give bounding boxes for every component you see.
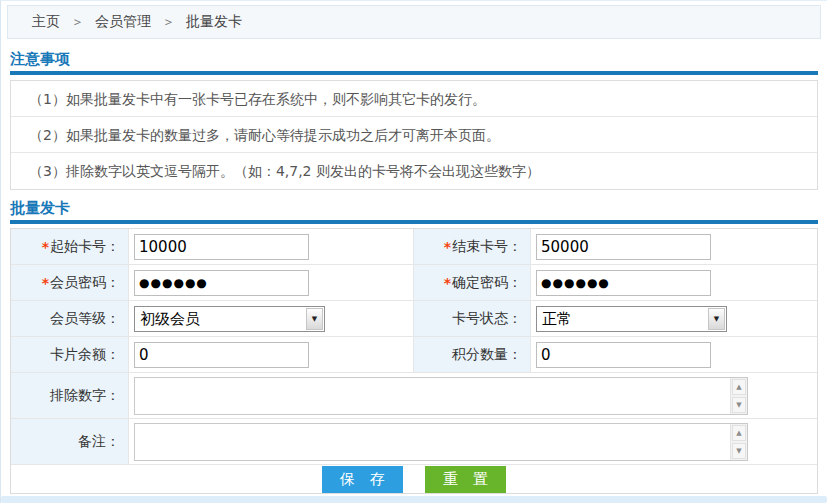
points-amount-input[interactable] bbox=[536, 342, 711, 368]
points-amount-cell bbox=[531, 337, 817, 373]
breadcrumb-home[interactable]: 主页 bbox=[32, 13, 60, 31]
exclude-digits-label: 排除数字： bbox=[11, 373, 129, 419]
member-password-label: * 会员密码： bbox=[11, 265, 129, 301]
scroll-down-icon[interactable]: ▼ bbox=[732, 443, 746, 459]
breadcrumb: 主页 ＞ 会员管理 ＞ 批量发卡 bbox=[7, 5, 821, 39]
scrollbar[interactable]: ▲ ▼ bbox=[730, 378, 747, 414]
end-card-input[interactable] bbox=[536, 234, 711, 260]
exclude-digits-cell: ▲ ▼ bbox=[129, 373, 817, 419]
member-password-cell bbox=[129, 265, 414, 301]
scroll-down-icon[interactable]: ▼ bbox=[732, 397, 746, 413]
member-level-label-text: 会员等级： bbox=[50, 310, 120, 328]
card-balance-input[interactable] bbox=[134, 342, 309, 368]
points-amount-label: 积分数量： bbox=[414, 337, 531, 373]
remark-cell: ▲ ▼ bbox=[129, 419, 817, 465]
card-balance-label-text: 卡片余额： bbox=[50, 346, 120, 364]
breadcrumb-separator: ＞ bbox=[71, 13, 84, 31]
scroll-up-icon[interactable]: ▲ bbox=[732, 425, 746, 441]
card-balance-label: 卡片余额： bbox=[11, 337, 129, 373]
card-status-selected-value: 正常 bbox=[537, 307, 726, 331]
remark-label: 备注： bbox=[11, 419, 129, 465]
batch-card-form: * 起始卡号： * 结束卡号： * 会员密码： * bbox=[10, 228, 818, 494]
breadcrumb-member-management[interactable]: 会员管理 bbox=[95, 13, 151, 31]
member-level-selected-value: 初级会员 bbox=[135, 307, 324, 331]
confirm-password-label-text: 确定密码： bbox=[452, 274, 522, 292]
member-level-label: 会员等级： bbox=[11, 301, 129, 337]
end-card-label-text: 结束卡号： bbox=[452, 238, 522, 256]
card-status-select[interactable]: 正常 ▼ bbox=[536, 306, 727, 332]
card-status-label: 卡号状态： bbox=[414, 301, 531, 337]
required-marker: * bbox=[42, 239, 49, 255]
form-heading: 批量发卡 bbox=[10, 198, 818, 218]
exclude-digits-input[interactable] bbox=[135, 378, 730, 414]
page: 主页 ＞ 会员管理 ＞ 批量发卡 注意事项 （1）如果批量发卡中有一张卡号已存在… bbox=[0, 0, 827, 503]
start-card-label: * 起始卡号： bbox=[11, 229, 129, 265]
remark-label-text: 备注： bbox=[78, 433, 120, 451]
confirm-password-cell bbox=[531, 265, 817, 301]
points-amount-label-text: 积分数量： bbox=[452, 346, 522, 364]
member-level-select[interactable]: 初级会员 ▼ bbox=[134, 306, 325, 332]
save-button[interactable]: 保 存 bbox=[322, 466, 403, 493]
notice-box: （1）如果批量发卡中有一张卡号已存在系统中，则不影响其它卡的发行。 （2）如果批… bbox=[10, 80, 818, 190]
remark-textarea[interactable]: ▲ ▼ bbox=[134, 423, 748, 461]
breadcrumb-current-page: 批量发卡 bbox=[186, 13, 242, 31]
required-marker: * bbox=[444, 239, 451, 255]
scroll-up-icon[interactable]: ▲ bbox=[732, 379, 746, 395]
required-marker: * bbox=[444, 275, 451, 291]
member-level-cell: 初级会员 ▼ bbox=[129, 301, 414, 337]
form-actions: 保 存 重 置 bbox=[11, 465, 817, 493]
member-password-input[interactable] bbox=[134, 270, 309, 296]
member-password-label-text: 会员密码： bbox=[50, 274, 120, 292]
card-status-cell: 正常 ▼ bbox=[531, 301, 817, 337]
notice-item: （1）如果批量发卡中有一张卡号已存在系统中，则不影响其它卡的发行。 bbox=[11, 81, 817, 117]
notice-item: （2）如果批量发卡的数量过多，请耐心等待提示成功之后才可离开本页面。 bbox=[11, 117, 817, 153]
remark-input[interactable] bbox=[135, 424, 730, 460]
scrollbar[interactable]: ▲ ▼ bbox=[730, 424, 747, 460]
notice-heading-bar bbox=[10, 71, 818, 75]
confirm-password-label: * 确定密码： bbox=[414, 265, 531, 301]
reset-button[interactable]: 重 置 bbox=[425, 466, 506, 493]
required-marker: * bbox=[42, 275, 49, 291]
card-status-label-text: 卡号状态： bbox=[452, 310, 522, 328]
chevron-down-icon[interactable]: ▼ bbox=[306, 308, 323, 330]
start-card-input[interactable] bbox=[134, 234, 309, 260]
end-card-cell bbox=[531, 229, 817, 265]
start-card-label-text: 起始卡号： bbox=[50, 238, 120, 256]
breadcrumb-separator: ＞ bbox=[162, 13, 175, 31]
start-card-cell bbox=[129, 229, 414, 265]
footer-bar bbox=[1, 496, 827, 503]
exclude-digits-textarea[interactable]: ▲ ▼ bbox=[134, 377, 748, 415]
end-card-label: * 结束卡号： bbox=[414, 229, 531, 265]
notice-heading: 注意事项 bbox=[10, 49, 818, 69]
card-balance-cell bbox=[129, 337, 414, 373]
exclude-digits-label-text: 排除数字： bbox=[50, 387, 120, 405]
form-heading-bar bbox=[10, 220, 818, 224]
confirm-password-input[interactable] bbox=[536, 270, 711, 296]
notice-item: （3）排除数字以英文逗号隔开。（如：4,7,2 则发出的卡号将不会出现这些数字） bbox=[11, 153, 817, 189]
chevron-down-icon[interactable]: ▼ bbox=[708, 308, 725, 330]
